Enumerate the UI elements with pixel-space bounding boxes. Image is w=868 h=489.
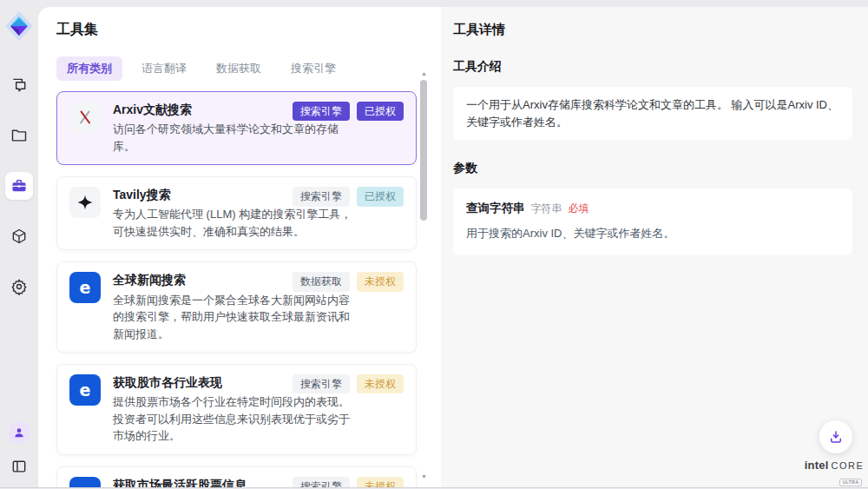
tool-detail-panel: 工具详情 工具介绍 一个用于从Arxiv存储库搜索科学论文和文章的工具。 输入可… <box>441 7 868 487</box>
intel-core-logo: intel core Ultra <box>804 459 865 487</box>
auth-status-badge: 未授权 <box>357 477 404 487</box>
nav-chat-button[interactable] <box>5 71 33 99</box>
tool-card-sector-performance[interactable]: e 获取股市各行业表现 提供股票市场各个行业在特定时间段内的表现。投资者可以利用… <box>56 364 417 455</box>
app-logo[interactable] <box>4 10 34 42</box>
cube-icon <box>10 228 28 245</box>
nav-tools-button[interactable] <box>5 172 33 200</box>
page-title: 工具集 <box>56 21 441 39</box>
category-badge: 数据获取 <box>293 272 350 291</box>
toolbox-icon <box>10 177 28 195</box>
params-heading: 参数 <box>453 161 852 176</box>
category-badge: 搜索引擎 <box>293 102 350 121</box>
core-wordmark: core <box>831 460 864 471</box>
category-badge: 搜索引擎 <box>293 374 350 393</box>
category-badge: 搜索引擎 <box>293 187 350 206</box>
juhe-e-icon: e <box>69 374 101 406</box>
param-required-flag: 必填 <box>569 201 589 216</box>
intro-heading: 工具介绍 <box>453 59 852 75</box>
category-tabs: 所有类别 语言翻译 数据获取 搜索引擎 <box>56 56 441 81</box>
tab-data-acquisition[interactable]: 数据获取 <box>206 56 272 81</box>
juhe-e-icon: e <box>69 477 101 487</box>
tavily-star-icon <box>69 187 101 218</box>
tab-language-translation[interactable]: 语言翻译 <box>131 56 197 81</box>
chat-icon <box>10 76 28 94</box>
juhe-e-icon: e <box>69 272 101 303</box>
nav-models-button[interactable] <box>5 222 33 250</box>
list-scrollbar[interactable]: ▲ ▼ <box>419 69 429 481</box>
scroll-down-arrow[interactable]: ▼ <box>419 472 429 481</box>
category-badge: 搜索引擎 <box>293 477 350 487</box>
tool-description: 访问各个研究领域大量科学论文和文章的存储库。 <box>113 121 354 155</box>
auth-status-badge: 未授权 <box>357 374 404 393</box>
ultra-badge: Ultra <box>839 479 863 486</box>
arxiv-x-icon <box>69 102 101 133</box>
collapse-panel-icon <box>10 458 28 475</box>
tool-card-list: Arxiv文献搜索 访问各个研究领域大量科学论文和文章的存储库。 搜索引擎 已授… <box>56 91 417 487</box>
param-description: 用于搜索的Arxiv ID、关键字或作者姓名。 <box>466 225 839 242</box>
parameter-box: 查询字符串 字符串 必填 用于搜索的Arxiv ID、关键字或作者姓名。 <box>453 188 852 255</box>
content-shell: 工具集 所有类别 语言翻译 数据获取 搜索引擎 Arxiv文献搜索 访问各个研究… <box>38 7 868 487</box>
scrollbar-thumb[interactable] <box>420 80 427 221</box>
intel-wordmark: intel <box>805 459 829 472</box>
window-bottom-edge <box>0 487 868 488</box>
app-logo-icon <box>4 10 34 42</box>
user-avatar[interactable] <box>8 421 30 444</box>
tool-card-most-active-stocks[interactable]: e 获取市场最活跃股票信息 提供当天交易量最高的股票列表，投资者可以利用这些信息… <box>56 466 417 487</box>
param-name: 查询字符串 <box>466 200 525 217</box>
tab-all-categories[interactable]: 所有类别 <box>56 56 122 81</box>
gear-icon <box>10 278 28 295</box>
tab-search-engine[interactable]: 搜索引擎 <box>280 56 346 81</box>
tool-list-panel: 工具集 所有类别 语言翻译 数据获取 搜索引擎 Arxiv文献搜索 访问各个研究… <box>38 7 441 487</box>
auth-status-badge: 已授权 <box>357 102 404 121</box>
auth-status-badge: 已授权 <box>357 187 404 206</box>
tool-description: 专为人工智能代理 (LLM) 构建的搜索引擎工具，可快速提供实时、准确和真实的结… <box>113 206 354 240</box>
tool-card-arxiv[interactable]: Arxiv文献搜索 访问各个研究领域大量科学论文和文章的存储库。 搜索引擎 已授… <box>56 91 417 165</box>
folder-icon <box>10 127 28 144</box>
param-type: 字符串 <box>531 201 562 216</box>
collapse-sidebar-button[interactable] <box>5 453 33 480</box>
auth-status-badge: 未授权 <box>357 272 404 291</box>
nav-settings-button[interactable] <box>5 273 33 301</box>
nav-files-button[interactable] <box>5 122 33 149</box>
tool-intro-box: 一个用于从Arxiv存储库搜索科学论文和文章的工具。 输入可以是Arxiv ID… <box>453 87 852 140</box>
tool-description: 全球新闻搜索是一个聚合全球各大新闻网站内容的搜索引擎，帮助用户快速获取全球最新资… <box>113 292 354 343</box>
download-button[interactable] <box>819 420 852 453</box>
left-sidebar <box>0 0 38 489</box>
detail-title: 工具详情 <box>453 22 852 38</box>
scroll-up-arrow[interactable]: ▲ <box>419 69 429 78</box>
download-icon <box>828 429 844 445</box>
tool-description: 提供股票市场各个行业在特定时间段内的表现。投资者可以利用这些信息来识别表现优于或… <box>113 393 354 445</box>
tool-card-global-news[interactable]: e 全球新闻搜索 全球新闻搜索是一个聚合全球各大新闻网站内容的搜索引擎，帮助用户… <box>56 261 417 353</box>
person-icon <box>13 426 25 439</box>
tool-card-tavily[interactable]: Tavily搜索 专为人工智能代理 (LLM) 构建的搜索引擎工具，可快速提供实… <box>56 176 417 250</box>
